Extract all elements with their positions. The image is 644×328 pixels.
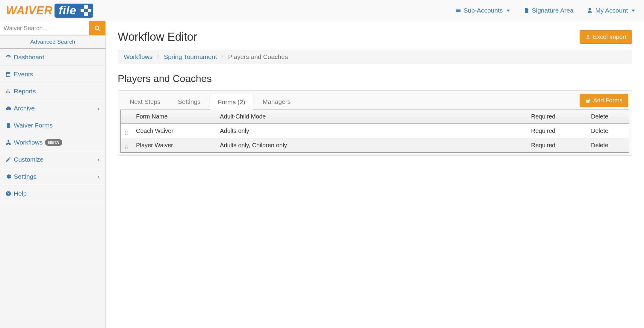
page-header: Workflow Editor Excel Import <box>118 30 632 44</box>
breadcrumb-workflows[interactable]: Workflows <box>124 53 152 60</box>
sidebar-item-customize[interactable]: Customize ‹ <box>0 151 105 168</box>
sidebar-item-dashboard[interactable]: Dashboard <box>0 49 105 66</box>
excel-import-button[interactable]: Excel Import <box>580 30 632 44</box>
sidebar-item-label: Customize <box>14 156 43 163</box>
search-row <box>0 21 105 36</box>
sidebar-item-label: Waiver Forms <box>14 122 53 129</box>
caret-down-icon <box>507 10 510 12</box>
cell-form-name[interactable]: Player Waiver <box>132 138 216 152</box>
caret-down-icon <box>631 10 635 12</box>
tab-panel: Next Steps Settings Forms (2) Managers A… <box>118 90 632 156</box>
sidebar-item-settings[interactable]: Settings ‹ <box>0 168 105 185</box>
sidebar-item-reports[interactable]: Reports <box>0 83 105 100</box>
sidebar-item-archive[interactable]: Archive ‹ <box>0 100 105 117</box>
search-icon <box>94 25 101 32</box>
drag-handle[interactable] <box>121 138 132 152</box>
forms-table: Form Name Adult-Child Mode Required Dele… <box>121 110 629 152</box>
table-header-drag <box>121 110 132 123</box>
question-circle-icon <box>5 191 11 197</box>
nav-signature-area[interactable]: Signature Area <box>524 7 574 14</box>
gear-icon <box>5 174 11 180</box>
sidebar-item-label: Dashboard <box>14 54 45 61</box>
logo-text-waiver: WAIVER <box>6 4 53 17</box>
logo-text-file: file <box>59 4 76 17</box>
copy-icon <box>585 98 591 103</box>
sidebar-item-label: Archive <box>14 105 35 112</box>
excel-import-label: Excel Import <box>593 34 626 40</box>
dashboard-icon <box>5 54 11 60</box>
tab-settings[interactable]: Settings <box>170 94 209 110</box>
search-button[interactable] <box>89 21 105 35</box>
sidebar: Advanced Search Dashboard Events Reports… <box>0 21 106 328</box>
breadcrumb-sep: / <box>157 53 159 60</box>
cell-delete[interactable]: Delete <box>587 123 629 138</box>
nav-my-account[interactable]: My Account <box>587 7 635 14</box>
table-header-row: Form Name Adult-Child Mode Required Dele… <box>121 110 629 123</box>
table-row: Player Waiver Adults only, Children only… <box>121 138 629 152</box>
sidebar-item-workflows[interactable]: Workflows BETA <box>0 134 105 151</box>
nav-sub-accounts[interactable]: Sub-Accounts <box>455 7 510 14</box>
cell-delete[interactable]: Delete <box>587 138 629 152</box>
main-content: Workflow Editor Excel Import Workflows /… <box>106 21 644 328</box>
sitemap-icon <box>5 139 11 145</box>
upload-icon <box>585 34 591 40</box>
tab-next-steps[interactable]: Next Steps <box>122 94 169 110</box>
logo-checker-icon <box>81 5 91 16</box>
cell-mode: Adults only, Children only <box>216 138 527 152</box>
cell-required[interactable]: Required <box>527 123 587 138</box>
file-text-icon <box>5 122 11 128</box>
chevron-left-icon: ‹ <box>97 156 99 163</box>
search-input[interactable] <box>0 21 89 35</box>
advanced-search-link[interactable]: Advanced Search <box>30 39 75 45</box>
table-header-mode[interactable]: Adult-Child Mode <box>216 110 527 123</box>
cell-mode: Adults only <box>216 123 527 138</box>
sidebar-item-events[interactable]: Events <box>0 66 105 83</box>
file-icon <box>524 7 530 13</box>
sidebar-item-waiver-forms[interactable]: Waiver Forms <box>0 117 105 134</box>
drag-dots-icon <box>125 131 128 135</box>
breadcrumb: Workflows / Spring Tournament / Players … <box>118 50 632 64</box>
beta-badge: BETA <box>45 139 62 146</box>
chevron-left-icon: ‹ <box>97 105 99 112</box>
add-forms-label: Add Forms <box>593 97 622 104</box>
table-header-delete[interactable]: Delete <box>587 110 629 123</box>
drag-handle[interactable] <box>121 123 132 138</box>
logo-file-box: file <box>55 4 93 18</box>
nav-sub-accounts-label: Sub-Accounts <box>464 7 503 14</box>
sidebar-item-label: Help <box>14 190 27 197</box>
sidebar-item-label: Events <box>14 71 33 78</box>
nav-my-account-label: My Account <box>595 7 628 14</box>
calendar-icon <box>5 71 11 77</box>
tab-row: Next Steps Settings Forms (2) Managers A… <box>118 91 632 110</box>
nav-signature-label: Signature Area <box>532 7 574 14</box>
bar-chart-icon <box>5 88 11 94</box>
page-title: Workflow Editor <box>118 31 197 43</box>
tab-managers[interactable]: Managers <box>255 94 299 110</box>
user-icon <box>587 7 593 13</box>
sidebar-item-label: Reports <box>14 88 36 95</box>
breadcrumb-sep: / <box>222 53 223 60</box>
sidebar-item-label: Workflows <box>14 139 43 146</box>
sidebar-item-help[interactable]: Help <box>0 185 105 202</box>
top-nav: Sub-Accounts Signature Area My Account <box>455 7 638 14</box>
cell-required[interactable]: Required <box>527 138 587 152</box>
table-header-required[interactable]: Required <box>527 110 587 123</box>
top-header: WAIVER file Sub-Accounts Signature Area … <box>0 0 644 21</box>
chevron-left-icon: ‹ <box>97 173 99 180</box>
cloud-download-icon <box>5 105 11 111</box>
edit-icon <box>5 157 11 163</box>
drag-dots-icon <box>125 145 128 149</box>
sidebar-item-label: Settings <box>14 173 37 180</box>
tabs: Next Steps Settings Forms (2) Managers <box>122 94 300 110</box>
advanced-search: Advanced Search <box>0 36 105 49</box>
breadcrumb-event[interactable]: Spring Tournament <box>164 53 217 60</box>
breadcrumb-current: Players and Coaches <box>228 53 288 60</box>
tab-forms[interactable]: Forms (2) <box>210 94 253 110</box>
forms-table-wrap: Form Name Adult-Child Mode Required Dele… <box>120 110 629 153</box>
section-title: Players and Coaches <box>118 73 632 84</box>
cell-form-name[interactable]: Coach Waiver <box>132 123 216 138</box>
logo[interactable]: WAIVER file <box>6 4 93 18</box>
list-icon <box>455 7 461 13</box>
add-forms-button[interactable]: Add Forms <box>580 94 628 107</box>
table-header-form-name[interactable]: Form Name <box>132 110 216 123</box>
